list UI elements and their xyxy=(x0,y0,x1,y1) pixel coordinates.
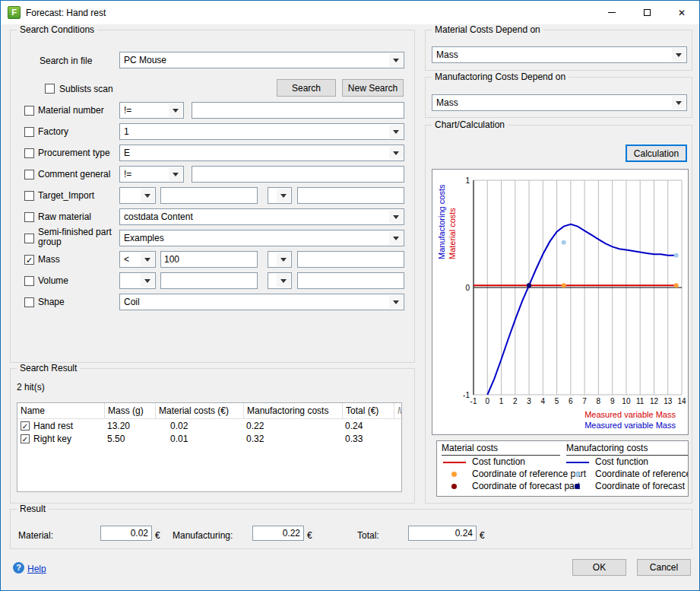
raw-material-label: Raw material xyxy=(38,211,91,222)
cell-manufactoring-costs: 0.32 xyxy=(246,434,264,444)
shape-checkbox[interactable] xyxy=(24,297,34,307)
svg-text:14: 14 xyxy=(677,397,686,405)
factory-combo[interactable]: 1 xyxy=(119,123,404,140)
procurement-type-combo[interactable]: E xyxy=(119,145,404,161)
svg-text:6: 6 xyxy=(569,397,573,405)
app-icon: F xyxy=(8,6,21,19)
manufactoring-costs-depend-combo[interactable]: Mass xyxy=(432,94,687,111)
search-in-file-label: Search in file xyxy=(40,56,92,66)
result-total-label: Total: xyxy=(357,530,379,541)
row-checkbox[interactable]: ✓ xyxy=(21,434,30,443)
target-import-checkbox[interactable] xyxy=(24,191,34,201)
column-header-mass[interactable]: Mass (g) xyxy=(105,403,156,418)
legend-manufactoring-reference: Coordinate of reference part xyxy=(595,469,689,479)
svg-text:Measured variable Mass: Measured variable Mass xyxy=(584,410,676,419)
legend-material-header: Material costs xyxy=(442,443,560,456)
dropdown-arrow-icon xyxy=(389,295,403,309)
column-header-manufactoring-costs[interactable]: Manufactoring costs xyxy=(244,403,343,418)
column-header-total[interactable]: Total (€) xyxy=(343,403,394,418)
material-number-checkbox[interactable] xyxy=(24,106,34,116)
target-import-input2[interactable] xyxy=(297,187,404,204)
material-number-input[interactable] xyxy=(192,102,404,119)
ok-button[interactable]: OK xyxy=(572,559,626,576)
shape-combo[interactable]: Coil xyxy=(119,294,404,310)
svg-text:Manufactoring costs: Manufactoring costs xyxy=(437,184,446,259)
material-number-operator: != xyxy=(124,105,131,116)
mass-checkbox[interactable]: ✓ xyxy=(24,255,34,265)
cell-name: Right key xyxy=(33,434,71,444)
mass-operator: < xyxy=(124,254,129,265)
material-costs-depend-group: Material Costs Depend on Mass xyxy=(425,30,692,71)
volume-operator-combo[interactable] xyxy=(119,272,156,289)
mass-input2[interactable] xyxy=(297,251,404,268)
sublists-scan-checkbox[interactable] xyxy=(45,84,55,94)
minimize-button[interactable] xyxy=(594,1,629,24)
help-icon[interactable]: ? xyxy=(13,562,24,574)
result-manufacturing-value[interactable] xyxy=(252,526,304,541)
material-number-operator-combo[interactable]: != xyxy=(119,102,184,119)
raw-material-checkbox[interactable] xyxy=(24,212,34,222)
close-button[interactable]: ✕ xyxy=(664,1,699,24)
cell-manufactoring-costs: 0.22 xyxy=(246,421,264,431)
cancel-button[interactable]: Cancel xyxy=(637,559,691,576)
help-link[interactable]: Help xyxy=(27,564,46,574)
comment-general-input[interactable] xyxy=(192,166,404,183)
volume-checkbox[interactable] xyxy=(24,276,34,286)
procurement-type-label: Procurement type xyxy=(38,148,110,158)
volume-input2[interactable] xyxy=(297,272,404,289)
svg-text:5: 5 xyxy=(555,397,559,405)
chart-calculation-title: Chart/Calculation xyxy=(432,119,508,130)
target-import-input[interactable] xyxy=(160,187,258,204)
search-result-group: Search Result 2 hit(s) Name Mass (g) Mat… xyxy=(10,368,415,504)
svg-text:0: 0 xyxy=(485,397,489,405)
result-total-value[interactable] xyxy=(408,526,477,541)
search-conditions-group: Search Conditions Search in file PC Mous… xyxy=(10,30,415,363)
shape-value: Coil xyxy=(124,297,140,307)
comment-general-checkbox[interactable] xyxy=(24,170,34,180)
factory-checkbox[interactable] xyxy=(24,127,34,137)
procurement-type-checkbox[interactable] xyxy=(24,148,34,158)
semi-finished-combo[interactable]: Examples xyxy=(119,230,404,246)
material-cost-function-line-icon xyxy=(443,462,466,463)
legend-material-cost-function: Cost function xyxy=(472,456,525,467)
material-costs-depend-combo[interactable]: Mass xyxy=(432,46,687,63)
legend-manufactoring-header: Manufactoring costs xyxy=(566,443,688,456)
manufactoring-costs-depend-group: Manufactoring Costs Depend on Mass xyxy=(425,77,692,118)
svg-text:4: 4 xyxy=(541,397,546,405)
semi-finished-label: Semi-finished part group xyxy=(38,227,117,247)
comment-general-operator-combo[interactable]: != xyxy=(119,166,184,183)
semi-finished-checkbox[interactable] xyxy=(24,234,34,243)
column-header-name[interactable]: Name xyxy=(17,403,105,418)
hit-count: 2 hit(s) xyxy=(17,382,45,392)
volume-operator2-combo[interactable] xyxy=(268,272,292,289)
dropdown-arrow-icon xyxy=(672,48,686,62)
row-checkbox[interactable]: ✓ xyxy=(21,421,30,431)
column-header-clipped[interactable]: M xyxy=(394,403,402,418)
manufactoring-cost-function-line-icon xyxy=(566,462,589,463)
calculation-button[interactable]: Calculation xyxy=(626,145,687,162)
svg-text:2: 2 xyxy=(513,397,518,405)
mass-operator-combo[interactable]: < xyxy=(119,251,156,268)
search-in-file-combo[interactable]: PC Mouse xyxy=(119,52,404,68)
mass-label: Mass xyxy=(38,254,60,265)
mass-input[interactable] xyxy=(160,251,258,268)
raw-material-combo[interactable]: costdata Content xyxy=(119,208,404,225)
volume-input[interactable] xyxy=(160,272,258,289)
new-search-button[interactable]: New Search xyxy=(342,79,404,97)
result-material-label: Material: xyxy=(18,530,53,541)
mass-operator2-combo[interactable] xyxy=(268,251,292,268)
maximize-button[interactable] xyxy=(629,1,664,24)
result-group: Result Material: € Manufacturing: € Tota… xyxy=(10,509,692,549)
window-title: Forecast: Hand rest xyxy=(26,8,106,18)
dropdown-arrow-icon xyxy=(169,103,182,117)
cell-name: Hand rest xyxy=(33,421,73,431)
legend-material-forecast: Coordinate of forecast part xyxy=(472,481,580,491)
target-import-operator-combo[interactable] xyxy=(119,187,156,204)
result-material-value[interactable] xyxy=(100,526,152,541)
search-button[interactable]: Search xyxy=(277,79,336,97)
raw-material-value: costdata Content xyxy=(124,211,193,222)
column-header-material-costs[interactable]: Material costs (€) xyxy=(156,403,244,418)
target-import-operator2-combo[interactable] xyxy=(268,187,292,204)
dropdown-arrow-icon xyxy=(389,231,403,245)
manufactoring-reference-dot-icon xyxy=(575,472,580,477)
